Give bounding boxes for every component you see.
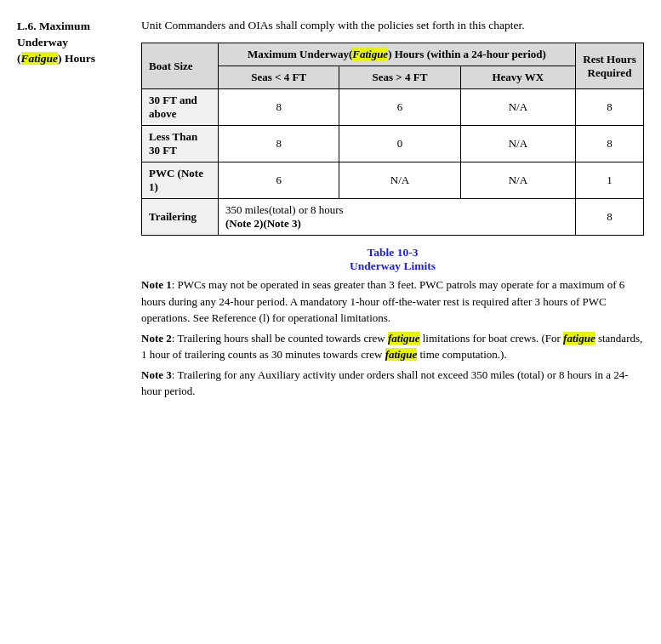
seas-gt4-cell: 6 xyxy=(339,89,460,126)
fatigue-highlight-header: Fatigue xyxy=(352,48,388,60)
fatigue-highlight-title: Fatigue xyxy=(21,52,59,65)
note-2-label: Note 2 xyxy=(141,332,172,345)
table-row: Trailering 350 miles(total) or 8 hours(N… xyxy=(142,199,644,236)
intro-text: Unit Commanders and OIAs shall comply wi… xyxy=(141,17,644,34)
table-title: Table 10-3 Underway Limits xyxy=(141,246,644,273)
section-label: L.6. Maximum Underway (Fatigue) Hours xyxy=(17,17,128,403)
fatigue-table: Boat Size Maximum Underway(Fatigue) Hour… xyxy=(141,43,644,236)
seas-lt4-cell: 8 xyxy=(219,126,339,162)
seas-lt4-cell: 6 xyxy=(219,162,339,199)
seas-lt4-cell: 8 xyxy=(219,89,339,126)
section-number: L.6. Maximum Underway xyxy=(17,20,90,48)
table-row: Less Than 30 FT 8 0 N/A 8 xyxy=(142,126,644,162)
seas-gt4-cell: N/A xyxy=(339,162,460,199)
note-2: Note 2: Trailering hours shall be counte… xyxy=(141,330,644,363)
heavy-wx-header: Heavy WX xyxy=(460,66,575,89)
fatigue-highlight-note2b: fatigue xyxy=(563,332,595,345)
rest-hours-header: Rest Hours Required xyxy=(576,43,644,89)
boat-size-cell: 30 FT and above xyxy=(142,89,219,126)
note-3-text: : Trailering for any Auxiliary activity … xyxy=(141,368,629,398)
seas-gt4-cell: 0 xyxy=(339,126,460,162)
fatigue-highlight-note2c: fatigue xyxy=(385,348,418,361)
rest-cell: 8 xyxy=(576,199,644,236)
table-row: PWC (Note 1) 6 N/A N/A 1 xyxy=(142,162,644,199)
page-content: L.6. Maximum Underway (Fatigue) Hours Un… xyxy=(17,17,644,403)
heavy-wx-cell: N/A xyxy=(460,162,575,199)
fatigue-highlight-note2a: fatigue xyxy=(388,332,420,345)
note-2-text4: time computation.). xyxy=(417,348,506,361)
table-title-line1: Table 10-3 xyxy=(141,246,644,259)
rest-cell: 8 xyxy=(576,89,644,126)
note-1-text: : PWCs may not be operated in seas great… xyxy=(141,278,624,324)
heavy-wx-cell: N/A xyxy=(460,126,575,162)
boat-size-header: Boat Size xyxy=(142,43,219,89)
boat-size-cell: PWC (Note 1) xyxy=(142,162,219,199)
note-3: Note 3: Trailering for any Auxiliary act… xyxy=(141,367,644,400)
trailering-combined-cell: 350 miles(total) or 8 hours(Note 2)(Note… xyxy=(219,199,576,236)
rest-cell: 1 xyxy=(576,162,644,199)
note-2-text2: limitations for boat crews. (For xyxy=(420,332,564,345)
boat-size-cell: Trailering xyxy=(142,199,219,236)
max-hours-header: Maximum Underway(Fatigue) Hours (within … xyxy=(219,43,576,66)
right-column: Unit Commanders and OIAs shall comply wi… xyxy=(141,17,644,403)
seas-gt4-header: Seas > 4 FT xyxy=(339,66,460,89)
note-1: Note 1: PWCs may not be operated in seas… xyxy=(141,276,644,327)
rest-cell: 8 xyxy=(576,126,644,162)
note-3-label: Note 3 xyxy=(141,368,172,381)
note-2-text: : Trailering hours shall be counted towa… xyxy=(172,332,388,345)
heavy-wx-cell: N/A xyxy=(460,89,575,126)
boat-size-cell: Less Than 30 FT xyxy=(142,126,219,162)
notes-section: Note 1: PWCs may not be operated in seas… xyxy=(141,276,644,400)
seas-lt4-header: Seas < 4 FT xyxy=(219,66,339,89)
table-row: 30 FT and above 8 6 N/A 8 xyxy=(142,89,644,126)
table-title-line2: Underway Limits xyxy=(141,259,644,273)
note-1-label: Note 1 xyxy=(141,278,172,291)
